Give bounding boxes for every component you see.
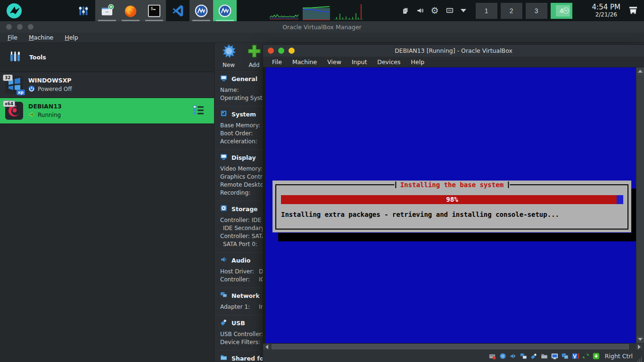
host-key-label: Right Ctrl <box>605 353 633 360</box>
progress-bar: 98% <box>281 195 623 204</box>
vm-window-title: DEBIAN13 [Running] - Oracle VirtualBox <box>263 47 644 54</box>
features-icon[interactable] <box>572 352 579 360</box>
hdd-icon[interactable] <box>489 352 496 360</box>
vm-menu-help[interactable]: Help <box>406 58 430 66</box>
scroll-right-icon[interactable] <box>636 344 643 350</box>
network-graph <box>334 3 363 20</box>
menu-help[interactable]: Help <box>60 33 83 42</box>
new-icon <box>221 43 237 61</box>
menu-file[interactable]: File <box>3 33 22 42</box>
tools-label: Tools <box>29 54 46 61</box>
display-section-icon <box>220 153 227 162</box>
vertical-scrollbar[interactable] <box>636 67 644 343</box>
new-vm-button[interactable]: New <box>218 43 239 68</box>
caret-down-icon[interactable] <box>461 9 466 12</box>
firefox-icon[interactable] <box>119 0 142 21</box>
seamless-icon[interactable] <box>561 352 569 360</box>
audio-icon[interactable] <box>510 352 517 360</box>
vm-menu-input[interactable]: Input <box>347 58 372 66</box>
horizontal-scroll-thumb[interactable] <box>272 344 629 349</box>
virtualbox-active-icon[interactable] <box>213 0 237 21</box>
display-icon[interactable] <box>446 7 454 15</box>
vm-list-item-windowsxp[interactable]: 32 xp WINDOWSXP Powered Off <box>0 72 214 98</box>
resize-grip[interactable] <box>636 356 642 362</box>
guest-screen[interactable]: Installing the base system 98% Installin… <box>263 67 644 343</box>
usb-icon[interactable] <box>530 352 538 360</box>
vscode-icon[interactable] <box>166 0 190 21</box>
cpu-graph <box>270 3 299 20</box>
scroll-up-icon[interactable] <box>636 67 644 75</box>
add-label: Add <box>248 62 259 68</box>
volume-icon[interactable] <box>416 7 424 15</box>
vm-menu-file[interactable]: File <box>267 58 287 66</box>
installer-dialog: Installing the base system 98% Installin… <box>272 181 631 232</box>
workspace-4-active[interactable]: 4 <box>551 3 572 19</box>
section-header: Storage <box>231 206 258 213</box>
arch-badge-x64: x64 <box>3 100 15 107</box>
vm-titlebar[interactable]: DEBIAN13 [Running] - Oracle VirtualBox <box>263 45 644 57</box>
dialog-shadow <box>278 233 644 241</box>
clipboard-server-icon[interactable] <box>402 7 409 15</box>
clock-date: 2/21/26 <box>592 11 620 18</box>
file-manager-icon[interactable] <box>95 0 119 21</box>
arch-badge-32: 32 <box>3 74 13 81</box>
section-header: System <box>231 111 256 118</box>
vm-list-item-debian13[interactable]: x64 DEBIAN13 Running <box>0 98 214 124</box>
host-keyboard-icon[interactable] <box>593 352 600 360</box>
debian-os-icon: x64 <box>5 101 24 120</box>
vm-details-list-icon[interactable] <box>192 105 205 117</box>
mouse-integration-icon[interactable] <box>582 352 590 360</box>
running-icon <box>28 111 35 119</box>
add-vm-button[interactable]: Add <box>244 43 264 68</box>
audio-section-icon <box>220 256 227 265</box>
network-icon[interactable] <box>520 352 528 360</box>
vm-name: WINDOWSXP <box>28 77 72 84</box>
progress-percent: 98% <box>281 196 623 203</box>
workspace-2[interactable]: 2 <box>501 3 522 19</box>
vm-menu-devices[interactable]: Devices <box>372 58 405 66</box>
shared-folders-icon[interactable] <box>541 352 548 360</box>
system-tray: ⚙ <box>402 6 466 15</box>
scroll-down-icon[interactable] <box>636 336 644 343</box>
clock[interactable]: 4:54 PM 2/21/26 <box>592 3 620 18</box>
workspace-vm-mini-icon <box>562 7 570 16</box>
vm-menu-machine[interactable]: Machine <box>287 58 322 66</box>
vm-menubar: File Machine View Input Devices Help <box>263 57 644 67</box>
virtualbox-icon[interactable] <box>190 0 213 21</box>
audio-sliders-icon[interactable] <box>72 0 95 21</box>
terminal-icon[interactable]: $ <box>142 0 166 21</box>
vm-sidebar: Tools 32 xp WINDOWSXP Power <box>0 43 215 362</box>
sidebar-tools[interactable]: Tools <box>0 43 214 72</box>
horizontal-scrollbar[interactable] <box>263 343 644 350</box>
scroll-left-icon[interactable] <box>263 344 271 350</box>
vm-menu-view[interactable]: View <box>322 58 347 66</box>
menu-machine[interactable]: Machine <box>24 33 58 42</box>
windowsxp-os-icon: 32 xp <box>5 75 24 94</box>
system-monitor-graphs <box>270 0 363 21</box>
workspace-3[interactable]: 3 <box>526 3 547 19</box>
vm-statusbar: Right Ctrl <box>263 350 644 362</box>
gear-icon[interactable]: ⚙ <box>431 6 439 15</box>
system-icon <box>220 110 227 119</box>
display-status-icon[interactable] <box>551 352 559 360</box>
trash-icon[interactable] <box>627 4 639 18</box>
dialog-border: Installing the base system <box>275 184 628 230</box>
storage-icon <box>220 205 227 214</box>
vm-state-label: Powered Off <box>38 86 72 92</box>
manager-menubar: File Machine Help <box>0 33 644 43</box>
usb-section-icon <box>220 319 227 328</box>
network-section-icon <box>220 291 227 300</box>
title-tick-right <box>508 181 509 188</box>
powered-off-icon <box>28 85 35 93</box>
section-header: Network <box>231 292 260 299</box>
workspace-1[interactable]: 1 <box>476 3 497 19</box>
optical-disc-icon[interactable] <box>499 352 507 360</box>
tools-icon <box>8 49 23 66</box>
manager-titlebar[interactable]: Oracle VirtualBox Manager <box>0 21 644 33</box>
distro-logo-icon[interactable] <box>6 2 23 19</box>
dialog-title: Installing the base system <box>394 181 510 189</box>
add-icon <box>247 43 262 61</box>
shared-folders-section-icon <box>220 354 227 362</box>
installer-status-message: Installing extra packages - retrieving a… <box>281 211 559 218</box>
vm-guest-window: DEBIAN13 [Running] - Oracle VirtualBox F… <box>263 45 644 362</box>
